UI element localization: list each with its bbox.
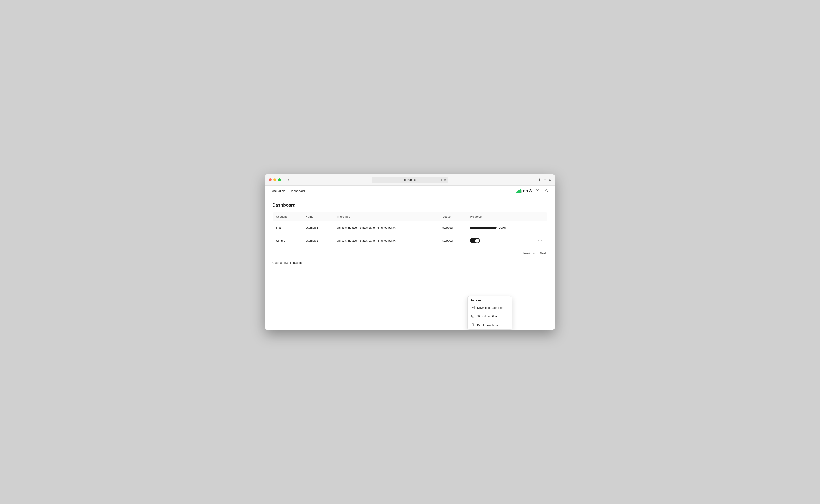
download-trace-files-item[interactable]: Download trace files (468, 303, 512, 312)
titlebar: ⊞ ▾ ‹ › localhost ⊕ ↻ ⬆ ＋ ⧉ (265, 174, 555, 186)
nav-links: Simulation Dashboard (271, 189, 305, 193)
ns3-bars (516, 189, 522, 193)
row2-progress-cell: ··· (466, 234, 547, 247)
table-row: wifi-tcp example2 pid.txt,simulation_sta… (273, 234, 548, 247)
actions-dropdown: Actions Download trace files (467, 296, 512, 330)
stop-icon (471, 314, 475, 319)
table-header: Scenario Name Trace files Status Progres… (273, 212, 548, 221)
address-bar[interactable]: localhost ⊕ ↻ (372, 177, 448, 183)
row1-progress-fill (470, 227, 497, 229)
settings-icon-button[interactable] (543, 187, 549, 195)
table-body: first example1 pid.txt,simulation_status… (273, 221, 548, 247)
delete-simulation-item[interactable]: Delete simulation (468, 321, 512, 329)
ns3-logo: ns-3 (516, 188, 532, 193)
create-simulation-link[interactable]: simulation (289, 261, 302, 264)
bar-3 (518, 190, 519, 193)
stop-simulation-item[interactable]: Stop simulation (468, 312, 512, 321)
close-button[interactable] (269, 178, 272, 181)
table-row: first example1 pid.txt,simulation_status… (273, 221, 548, 234)
main-content: Dashboard Scenario Name Trace files Stat… (265, 196, 555, 330)
bar-6 (521, 190, 522, 193)
row1-trace-files: pid.txt,simulation_status.txt,terminal_o… (333, 221, 439, 234)
nav-right: ns-3 (516, 187, 549, 195)
row1-progress-cell: 100% ··· (466, 221, 547, 234)
row2-name: example2 (302, 234, 333, 247)
col-trace-files: Trace files (333, 212, 439, 221)
download-trace-files-label: Download trace files (477, 306, 503, 309)
row1-progress-bg (470, 227, 497, 229)
col-scenario: Scenario (273, 212, 302, 221)
pagination: Previous Next (272, 251, 548, 256)
row2-progress-container: ··· (470, 237, 544, 244)
row1-scenario: first (273, 221, 302, 234)
nav-arrows: ‹ › (291, 177, 299, 183)
back-button[interactable]: ‹ (291, 177, 295, 183)
new-tab-icon[interactable]: ＋ (543, 177, 546, 182)
minimize-button[interactable] (274, 178, 276, 181)
address-text: localhost (404, 178, 416, 181)
row1-status: stopped (439, 221, 466, 234)
previous-button[interactable]: Previous (522, 251, 536, 256)
row1-progress-bar-group: 100% (470, 226, 506, 229)
bar-4 (519, 190, 520, 193)
shield-icon: ⊕ (439, 178, 442, 182)
content-container: Dashboard Scenario Name Trace files Stat… (272, 203, 548, 264)
row1-progress-text: 100% (499, 226, 506, 229)
row1-progress-container: 100% ··· (470, 224, 544, 231)
next-button[interactable]: Next (538, 251, 548, 256)
row1-more-button[interactable]: ··· (536, 224, 544, 231)
delete-icon (471, 323, 475, 327)
svg-point-4 (472, 316, 473, 317)
tabs-icon[interactable]: ⧉ (549, 178, 551, 182)
bar-5 (520, 189, 521, 193)
col-name: Name (302, 212, 333, 221)
forward-button[interactable]: › (295, 177, 299, 183)
row2-status: stopped (439, 234, 466, 247)
traffic-lights (269, 178, 281, 181)
stop-simulation-label: Stop simulation (477, 315, 497, 318)
maximize-button[interactable] (278, 178, 281, 181)
svg-point-1 (546, 190, 547, 191)
row2-trace-files: pid.txt,simulation_status.txt,terminal_o… (333, 234, 439, 247)
user-icon-button[interactable] (534, 187, 540, 195)
download-icon (471, 306, 475, 310)
row2-scenario: wifi-tcp (273, 234, 302, 247)
svg-point-0 (536, 189, 538, 191)
browser-window: ⊞ ▾ ‹ › localhost ⊕ ↻ ⬆ ＋ ⧉ Simulation D… (265, 174, 555, 330)
simulations-table: Scenario Name Trace files Status Progres… (272, 212, 548, 247)
page-title: Dashboard (272, 203, 548, 208)
user-icon (535, 188, 540, 193)
settings-icon (544, 188, 548, 193)
col-status: Status (439, 212, 466, 221)
bar-1 (516, 192, 516, 193)
titlebar-right: ⬆ ＋ ⧉ (538, 177, 551, 182)
header-row: Scenario Name Trace files Status Progres… (273, 212, 548, 221)
nav-dashboard[interactable]: Dashboard (290, 189, 305, 193)
nav-simulation[interactable]: Simulation (271, 189, 285, 193)
share-icon[interactable]: ⬆ (538, 178, 541, 182)
row2-toggle-progress (470, 238, 480, 243)
row2-more-button[interactable]: ··· (536, 237, 544, 244)
delete-simulation-label: Delete simulation (477, 323, 499, 327)
footer-link: Crate a new simulation (272, 261, 548, 264)
bar-2 (517, 191, 518, 193)
col-progress: Progress (466, 212, 547, 221)
sidebar-toggle[interactable]: ⊞ ▾ (284, 178, 289, 182)
row1-name: example1 (302, 221, 333, 234)
ns3-brand-text: ns-3 (523, 188, 532, 193)
refresh-icon[interactable]: ↻ (443, 178, 446, 182)
app-nav: Simulation Dashboard ns-3 (265, 186, 555, 196)
dropdown-header: Actions (468, 296, 512, 303)
footer-text: Crate a new (272, 261, 288, 264)
